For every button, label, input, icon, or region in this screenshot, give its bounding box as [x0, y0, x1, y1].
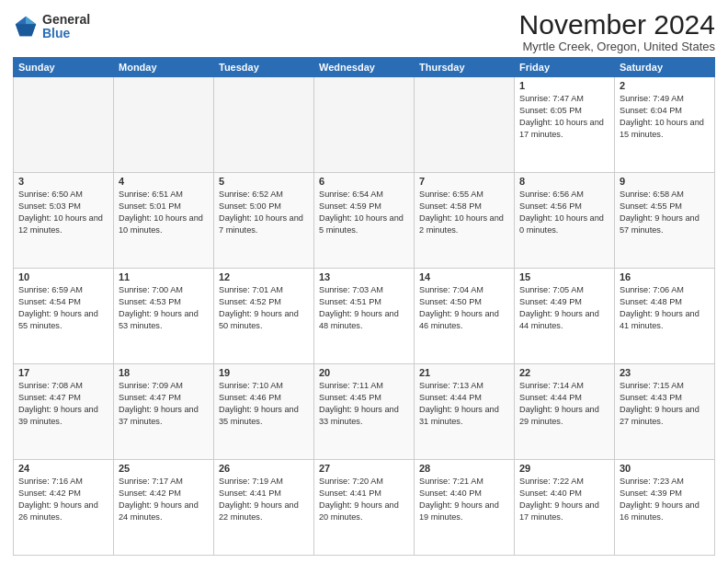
day-number: 20 — [319, 367, 409, 378]
calendar-week-2: 3Sunrise: 6:50 AMSunset: 5:03 PMDaylight… — [14, 173, 715, 269]
calendar-cell: 26Sunrise: 7:19 AMSunset: 4:41 PMDayligh… — [214, 460, 314, 556]
day-info: Sunrise: 7:21 AMSunset: 4:40 PMDaylight:… — [419, 476, 509, 523]
calendar-cell — [114, 77, 214, 173]
calendar-table: Sunday Monday Tuesday Wednesday Thursday… — [13, 57, 715, 556]
calendar-cell: 10Sunrise: 6:59 AMSunset: 4:54 PMDayligh… — [14, 269, 114, 364]
day-info: Sunrise: 7:04 AMSunset: 4:50 PMDaylight:… — [419, 284, 509, 332]
month-title: November 2024 — [519, 9, 715, 40]
logo-icon — [13, 14, 39, 40]
calendar-cell: 17Sunrise: 7:08 AMSunset: 4:47 PMDayligh… — [14, 364, 114, 460]
calendar-cell: 11Sunrise: 7:00 AMSunset: 4:53 PMDayligh… — [114, 269, 214, 364]
day-number: 5 — [219, 176, 309, 187]
day-info: Sunrise: 6:50 AMSunset: 5:03 PMDaylight:… — [18, 189, 108, 236]
svg-marker-2 — [16, 25, 36, 37]
day-number: 27 — [319, 463, 409, 474]
day-number: 4 — [119, 176, 209, 187]
calendar-cell: 19Sunrise: 7:10 AMSunset: 4:46 PMDayligh… — [214, 364, 314, 460]
calendar-cell — [214, 77, 314, 173]
header-row: Sunday Monday Tuesday Wednesday Thursday… — [14, 58, 715, 77]
calendar-cell: 5Sunrise: 6:52 AMSunset: 5:00 PMDaylight… — [214, 173, 314, 269]
day-number: 14 — [419, 271, 509, 282]
day-info: Sunrise: 7:23 AMSunset: 4:39 PMDaylight:… — [620, 476, 710, 523]
day-info: Sunrise: 7:17 AMSunset: 4:42 PMDaylight:… — [119, 476, 209, 523]
location: Myrtle Creek, Oregon, United States — [519, 40, 715, 53]
day-info: Sunrise: 7:05 AMSunset: 4:49 PMDaylight:… — [519, 284, 609, 332]
day-info: Sunrise: 7:00 AMSunset: 4:53 PMDaylight:… — [119, 284, 209, 332]
calendar-cell: 28Sunrise: 7:21 AMSunset: 4:40 PMDayligh… — [415, 460, 515, 556]
day-number: 1 — [519, 80, 609, 91]
day-info: Sunrise: 7:08 AMSunset: 4:47 PMDaylight:… — [18, 380, 108, 428]
calendar-body: 1Sunrise: 7:47 AMSunset: 6:05 PMDaylight… — [14, 77, 715, 556]
calendar-cell — [14, 77, 114, 173]
calendar-cell: 29Sunrise: 7:22 AMSunset: 4:40 PMDayligh… — [515, 460, 615, 556]
day-info: Sunrise: 6:54 AMSunset: 4:59 PMDaylight:… — [319, 189, 409, 236]
day-number: 24 — [18, 463, 108, 474]
day-number: 19 — [219, 367, 309, 378]
col-thursday: Thursday — [415, 58, 515, 77]
calendar-week-1: 1Sunrise: 7:47 AMSunset: 6:05 PMDaylight… — [14, 77, 715, 173]
calendar-cell: 8Sunrise: 6:56 AMSunset: 4:56 PMDaylight… — [515, 173, 615, 269]
day-info: Sunrise: 6:51 AMSunset: 5:01 PMDaylight:… — [119, 189, 209, 236]
day-number: 15 — [519, 271, 609, 282]
calendar-cell: 20Sunrise: 7:11 AMSunset: 4:45 PMDayligh… — [314, 364, 415, 460]
day-number: 23 — [620, 367, 710, 378]
col-friday: Friday — [515, 58, 615, 77]
calendar-cell: 13Sunrise: 7:03 AMSunset: 4:51 PMDayligh… — [314, 269, 415, 364]
col-tuesday: Tuesday — [214, 58, 314, 77]
day-number: 30 — [620, 463, 710, 474]
col-wednesday: Wednesday — [314, 58, 415, 77]
calendar-cell: 12Sunrise: 7:01 AMSunset: 4:52 PMDayligh… — [214, 269, 314, 364]
calendar-cell: 23Sunrise: 7:15 AMSunset: 4:43 PMDayligh… — [615, 364, 715, 460]
calendar-cell: 25Sunrise: 7:17 AMSunset: 4:42 PMDayligh… — [114, 460, 214, 556]
logo-blue: Blue — [42, 27, 90, 40]
day-info: Sunrise: 7:22 AMSunset: 4:40 PMDaylight:… — [519, 476, 609, 523]
day-info: Sunrise: 7:20 AMSunset: 4:41 PMDaylight:… — [319, 476, 409, 523]
calendar-cell: 30Sunrise: 7:23 AMSunset: 4:39 PMDayligh… — [615, 460, 715, 556]
calendar-header: Sunday Monday Tuesday Wednesday Thursday… — [14, 58, 715, 77]
day-info: Sunrise: 7:49 AMSunset: 6:04 PMDaylight:… — [620, 93, 710, 141]
day-info: Sunrise: 7:06 AMSunset: 4:48 PMDaylight:… — [620, 284, 710, 332]
day-number: 3 — [18, 176, 108, 187]
calendar-cell: 9Sunrise: 6:58 AMSunset: 4:55 PMDaylight… — [615, 173, 715, 269]
svg-marker-1 — [26, 17, 36, 24]
day-info: Sunrise: 7:01 AMSunset: 4:52 PMDaylight:… — [219, 284, 309, 332]
day-info: Sunrise: 7:16 AMSunset: 4:42 PMDaylight:… — [18, 476, 108, 523]
day-number: 6 — [319, 176, 409, 187]
day-number: 13 — [319, 271, 409, 282]
calendar-cell — [314, 77, 415, 173]
day-info: Sunrise: 7:13 AMSunset: 4:44 PMDaylight:… — [419, 380, 509, 428]
day-info: Sunrise: 7:10 AMSunset: 4:46 PMDaylight:… — [219, 380, 309, 428]
calendar-cell: 14Sunrise: 7:04 AMSunset: 4:50 PMDayligh… — [415, 269, 515, 364]
day-info: Sunrise: 7:03 AMSunset: 4:51 PMDaylight:… — [319, 284, 409, 332]
day-info: Sunrise: 6:59 AMSunset: 4:54 PMDaylight:… — [18, 284, 108, 332]
calendar-cell: 15Sunrise: 7:05 AMSunset: 4:49 PMDayligh… — [515, 269, 615, 364]
day-number: 11 — [119, 271, 209, 282]
day-number: 21 — [419, 367, 509, 378]
day-number: 10 — [18, 271, 108, 282]
calendar-cell: 21Sunrise: 7:13 AMSunset: 4:44 PMDayligh… — [415, 364, 515, 460]
calendar-cell: 4Sunrise: 6:51 AMSunset: 5:01 PMDaylight… — [114, 173, 214, 269]
day-info: Sunrise: 7:11 AMSunset: 4:45 PMDaylight:… — [319, 380, 409, 428]
col-saturday: Saturday — [615, 58, 715, 77]
day-number: 22 — [519, 367, 609, 378]
day-info: Sunrise: 6:52 AMSunset: 5:00 PMDaylight:… — [219, 189, 309, 236]
header: General Blue November 2024 Myrtle Creek,… — [13, 9, 715, 53]
day-number: 16 — [620, 271, 710, 282]
calendar-cell: 18Sunrise: 7:09 AMSunset: 4:47 PMDayligh… — [114, 364, 214, 460]
day-number: 7 — [419, 176, 509, 187]
day-number: 2 — [620, 80, 710, 91]
calendar-cell: 24Sunrise: 7:16 AMSunset: 4:42 PMDayligh… — [14, 460, 114, 556]
calendar-cell: 2Sunrise: 7:49 AMSunset: 6:04 PMDaylight… — [615, 77, 715, 173]
day-number: 25 — [119, 463, 209, 474]
calendar-cell: 3Sunrise: 6:50 AMSunset: 5:03 PMDaylight… — [14, 173, 114, 269]
calendar-cell — [415, 77, 515, 173]
day-number: 12 — [219, 271, 309, 282]
col-monday: Monday — [114, 58, 214, 77]
calendar-cell: 1Sunrise: 7:47 AMSunset: 6:05 PMDaylight… — [515, 77, 615, 173]
day-number: 29 — [519, 463, 609, 474]
title-block: November 2024 Myrtle Creek, Oregon, Unit… — [519, 9, 715, 53]
calendar-cell: 6Sunrise: 6:54 AMSunset: 4:59 PMDaylight… — [314, 173, 415, 269]
calendar-week-3: 10Sunrise: 6:59 AMSunset: 4:54 PMDayligh… — [14, 269, 715, 364]
day-number: 18 — [119, 367, 209, 378]
calendar-cell: 22Sunrise: 7:14 AMSunset: 4:44 PMDayligh… — [515, 364, 615, 460]
